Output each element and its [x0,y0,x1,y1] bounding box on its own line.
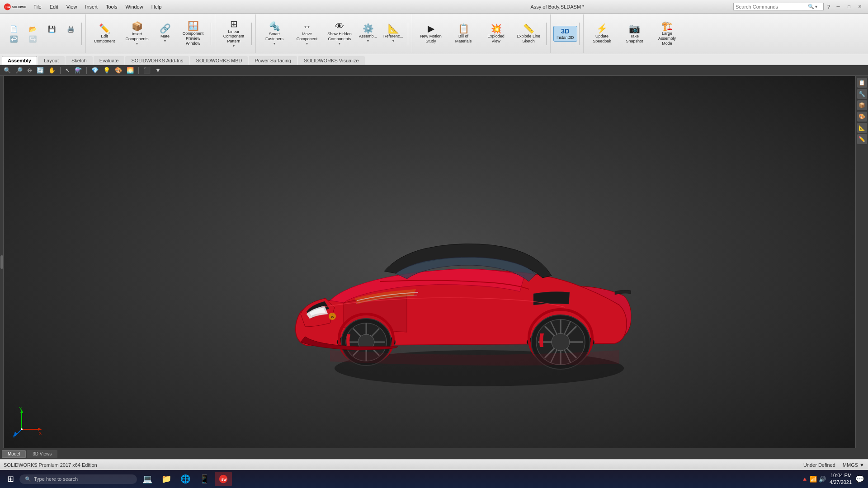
large-assembly-mode-btn[interactable]: 🏗️ Large Assembly Mode [651,20,683,47]
taskbar-search[interactable]: 🔍 Type here to search [19,474,137,484]
smart-fasteners-btn[interactable]: 🔩 Smart Fasteners ▼ [259,20,290,47]
restore-button[interactable]: □ [844,2,854,11]
menu-help[interactable]: Help [148,3,165,10]
show-hidden-btn[interactable]: 👁 Show Hidden Components ▼ [324,20,355,47]
svg-text:Z: Z [13,434,15,438]
insert-components-btn[interactable]: 📦 Insert Components ▼ [121,20,153,47]
move-component-dropdown[interactable]: ▼ [306,42,309,46]
mate-btn[interactable]: 🔗 Mate ▼ [154,23,176,44]
reference-geometry-btn[interactable]: 📐 Referenc... ▼ [381,23,406,44]
linear-pattern-icon: ⊞ [230,19,238,28]
bill-of-materials-btn[interactable]: 📋 Bill of Materials [448,23,479,45]
more-view-btn[interactable]: ▼ [153,66,163,75]
assembly-features-dropdown[interactable]: ▼ [367,39,370,43]
rotate-btn[interactable]: 🔄 [35,66,46,75]
menu-edit[interactable]: Edit [46,3,62,10]
toolbar-group-pattern: ⊞ Linear Component Pattern ▼ [215,14,256,53]
component-preview-btn[interactable]: 🪟 Component Preview Window [177,20,209,47]
search-box[interactable]: 🔍 ▼ [733,3,824,10]
start-button[interactable]: ⊞ [4,472,18,486]
save-file-btn[interactable]: 💾 [42,24,61,33]
edit-component-btn[interactable]: ✏️ Edit Component [89,23,120,45]
open-file-btn[interactable]: 📂 [24,24,42,33]
right-panel-icon-3[interactable]: 📦 [857,100,867,110]
insert-components-dropdown[interactable]: ▼ [136,42,139,46]
menu-view[interactable]: View [63,3,81,10]
tab-bar: Assembly Layout Sketch Evaluate SOLIDWOR… [0,54,868,65]
solidworks-taskbar-btn[interactable]: SW [215,472,232,486]
view-toolbar: 🔍 🔎 ⊖ 🔄 ✋ ↖ ⚗️ 💎 💡 🎨 🌅 ⬛ ▼ [0,65,868,76]
help-btn[interactable]: ? [827,4,830,9]
assembly-features-icon: ⚙️ [363,24,374,33]
take-snapshot-icon: 📷 [629,24,640,33]
instant3d-btn[interactable]: 3D Instant3D [553,26,577,42]
left-panel[interactable] [0,76,4,448]
tab-model[interactable]: Model [2,450,26,458]
reference-geometry-dropdown[interactable]: ▼ [392,39,395,43]
right-panel-icon-1[interactable]: 📋 [857,78,867,88]
filter-btn[interactable]: ⚗️ [73,66,84,75]
taskbar: ⊞ 🔍 Type here to search 💻 📁 🌐 📱 SW 🔺 📶 🔊… [0,470,868,488]
new-motion-study-btn[interactable]: ▶ New Motion Study [415,23,447,45]
right-panel-icon-6[interactable]: ✏️ [857,134,867,144]
search-dropdown-icon[interactable]: ▼ [814,5,818,9]
assembly-features-btn[interactable]: ⚙️ Assemb... ▼ [356,23,380,44]
tab-3d-views[interactable]: 3D Views [27,450,57,458]
tab-solidworks-addins[interactable]: SOLIDWORKS Add-Ins [125,56,189,65]
window-controls: ─ □ ✕ [834,2,864,11]
scene-btn[interactable]: 🌅 [125,66,136,75]
smart-fasteners-dropdown[interactable]: ▼ [273,42,276,46]
left-panel-handle[interactable] [0,255,3,269]
right-panel-icon-5[interactable]: 📐 [857,123,867,133]
exploded-view-btn[interactable]: 💥 Exploded View [480,23,512,45]
browser-btn[interactable]: 🌐 [177,472,194,486]
explode-line-sketch-btn[interactable]: 📏 Explode Line Sketch [513,23,544,45]
update-speedpak-btn[interactable]: ⚡ Update Speedpak [586,23,618,45]
tab-solidworks-mbd[interactable]: SOLIDWORKS MBD [190,56,248,65]
zoom-out-btn[interactable]: ⊖ [25,66,34,75]
tab-assembly[interactable]: Assembly [2,56,37,65]
lights-btn[interactable]: 💡 [101,66,112,75]
appearance-btn[interactable]: 🎨 [113,66,124,75]
print-btn[interactable]: 🖨️ [61,24,80,33]
view-orient-btn[interactable]: ⬛ [142,66,152,75]
system-tray: 🔺 📶 🔊 10:04 PM 4/27/2021 💬 [801,472,864,486]
pan-btn[interactable]: ✋ [47,66,57,75]
right-panel-icon-4[interactable]: 🎨 [857,112,867,122]
file-explorer-btn[interactable]: 📁 [158,472,175,486]
undo-btn[interactable]: ↩️ [5,34,23,43]
close-button[interactable]: ✕ [855,2,864,11]
redo-btn[interactable]: ↪️ [24,34,42,43]
linear-pattern-dropdown[interactable]: ▼ [232,44,236,48]
tab-sketch[interactable]: Sketch [66,56,93,65]
move-component-btn[interactable]: ↔️ Move Component ▼ [291,20,323,47]
tab-power-surfacing[interactable]: Power Surfacing [249,56,297,65]
main-toolbar: 📄 📂 💾 🖨️ ↩️ ↪️ ✏️ Edit Component 📦 Inser… [0,14,868,54]
menu-tools[interactable]: Tools [102,3,121,10]
tab-solidworks-visualize[interactable]: SOLIDWORKS Visualize [298,56,364,65]
take-snapshot-btn[interactable]: 📷 Take Snapshot [619,23,651,45]
new-file-btn[interactable]: 📄 [5,25,23,33]
mate-dropdown[interactable]: ▼ [164,39,167,43]
search-input[interactable] [736,4,808,9]
right-panel-icon-2[interactable]: 🔧 [857,89,867,99]
menu-file[interactable]: File [30,3,45,10]
menu-window[interactable]: Window [122,3,147,10]
zoom-in-btn[interactable]: 🔎 [14,66,24,75]
task-view-btn[interactable]: 💻 [139,472,156,486]
display-style-btn[interactable]: 💎 [90,66,100,75]
3d-viewport[interactable]: W Y X Z [4,76,855,448]
tab-layout[interactable]: Layout [38,56,65,65]
notification-btn[interactable]: 💬 [855,475,864,483]
car-model: W [226,160,633,386]
svg-text:SOLIDWORKS: SOLIDWORKS [12,5,26,9]
select-btn[interactable]: ↖ [63,66,72,75]
app-btn-1[interactable]: 📱 [196,472,213,486]
linear-component-pattern-btn[interactable]: ⊞ Linear Component Pattern ▼ [218,18,250,50]
tab-evaluate[interactable]: Evaluate [94,56,125,65]
menu-insert[interactable]: Insert [81,3,101,10]
units-dropdown-icon[interactable]: ▼ [859,462,864,468]
zoom-to-fit-btn[interactable]: 🔍 [2,66,13,75]
show-hidden-dropdown[interactable]: ▼ [338,42,341,46]
minimize-button[interactable]: ─ [834,2,843,11]
